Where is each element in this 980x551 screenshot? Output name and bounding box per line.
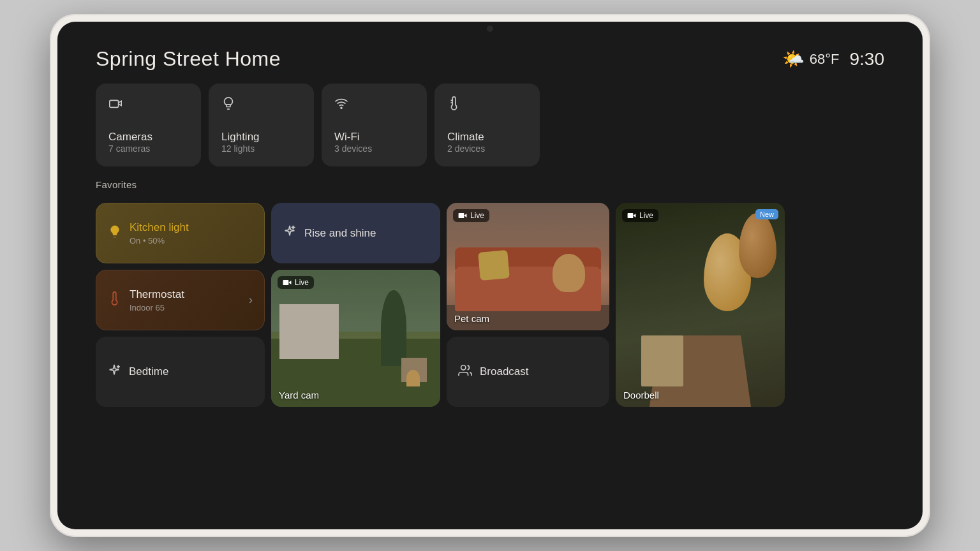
climate-count: 2 devices [447,143,527,154]
home-title: Spring Street Home [96,47,281,71]
lighting-label: Lighting [221,131,301,143]
yardcam-scene [271,270,440,407]
header-right: 🌤️ 68°F 9:30 [782,48,884,70]
thermostat-text: Thermostat Indoor 65 [130,288,184,312]
weather-temp: 68°F [810,51,840,68]
kitchen-light-card[interactable]: Kitchen light On • 50% [96,203,265,263]
header: Spring Street Home 🌤️ 68°F 9:30 [96,47,884,71]
rise-shine-text: Rise and shine [304,227,376,240]
svg-point-2 [341,107,342,108]
kitchen-light-text: Kitchen light On • 50% [130,221,189,246]
kitchen-light-name: Kitchen light [130,221,189,234]
device-card-lighting[interactable]: Lighting 12 lights [209,84,314,166]
yard-cam-live-label: Live [295,278,309,287]
tablet-frame: Spring Street Home 🌤️ 68°F 9:30 [50,14,930,537]
yardcam-overlay [271,270,440,407]
cam-overlay [447,203,609,330]
broadcast-icon [458,364,472,381]
broadcast-text: Broadcast [480,365,529,378]
svg-rect-0 [110,100,119,107]
yard-cam-card[interactable]: Live Yard cam [271,270,440,407]
cameras-count: 7 cameras [108,143,188,154]
doorbell-overlay [616,203,785,407]
device-cards-row: Cameras 7 cameras Lighting 12 lights [96,84,884,166]
tablet-camera [487,26,493,32]
doorbell-live-label: Live [639,211,653,220]
wifi-icon [334,96,414,114]
lighting-text: Lighting 12 lights [221,131,301,154]
weather-icon: 🌤️ [782,48,805,70]
video-icon3 [283,278,292,287]
petcam-scene [447,203,609,330]
doorbell-new-badge: New [755,209,778,219]
climate-icon [447,96,527,114]
tablet-screen: Spring Street Home 🌤️ 68°F 9:30 [57,22,923,529]
thermostat-card[interactable]: Thermostat Indoor 65 › [96,270,265,330]
doorbell-live-badge: Live [622,209,658,222]
kitchen-light-status: On • 50% [130,236,189,246]
svg-rect-6 [628,213,634,218]
device-card-cameras[interactable]: Cameras 7 cameras [96,84,201,166]
camera-icon [108,96,188,114]
device-card-climate[interactable]: Climate 2 devices [434,84,540,166]
climate-text: Climate 2 devices [447,131,527,154]
favorites-section-label: Favorites [96,179,884,190]
bulb-icon [108,224,122,242]
cameras-text: Cameras 7 cameras [108,131,188,154]
doorbell-label: Doorbell [623,390,659,400]
thermostat-name: Thermostat [130,288,184,301]
rise-shine-name: Rise and shine [304,227,376,240]
screen-content: Spring Street Home 🌤️ 68°F 9:30 [57,22,923,529]
time-display: 9:30 [850,49,885,70]
pet-cam-card[interactable]: Live Pet cam [447,203,609,330]
yard-cam-label: Yard cam [279,390,319,400]
doorbell-scene [616,203,785,407]
sparkle-icon [283,224,297,242]
bedtime-icon [107,364,121,381]
thermostat-chevron: › [249,293,253,307]
rise-shine-card[interactable]: Rise and shine [271,203,440,263]
svg-rect-5 [459,213,464,218]
yard-cam-live-badge: Live [278,276,314,289]
weather-info: 🌤️ 68°F [782,48,840,70]
svg-rect-8 [283,280,289,285]
bedtime-text: Bedtime [129,365,168,378]
wifi-label: Wi-Fi [334,131,414,143]
favorites-grid: Kitchen light On • 50% Rise and shine [96,203,884,504]
wifi-count: 3 devices [334,143,414,154]
device-card-wifi[interactable]: Wi-Fi 3 devices [322,84,427,166]
lighting-count: 12 lights [221,143,301,154]
pet-cam-live-badge: Live [453,209,489,222]
wifi-text: Wi-Fi 3 devices [334,131,414,154]
broadcast-name: Broadcast [480,365,529,378]
thermostat-icon [108,291,122,309]
broadcast-card[interactable]: Broadcast [447,337,609,407]
climate-label: Climate [447,131,527,143]
cameras-label: Cameras [108,131,188,143]
bedtime-card[interactable]: Bedtime [96,337,265,407]
video-icon2 [627,211,636,220]
lighting-icon [221,96,301,114]
video-icon [458,211,467,220]
thermostat-status: Indoor 65 [130,303,184,312]
svg-point-9 [461,365,466,369]
pet-cam-live-label: Live [470,211,484,220]
doorbell-card[interactable]: Live New Doorbell [616,203,785,407]
bedtime-name: Bedtime [129,365,168,378]
pet-cam-label: Pet cam [454,313,489,324]
